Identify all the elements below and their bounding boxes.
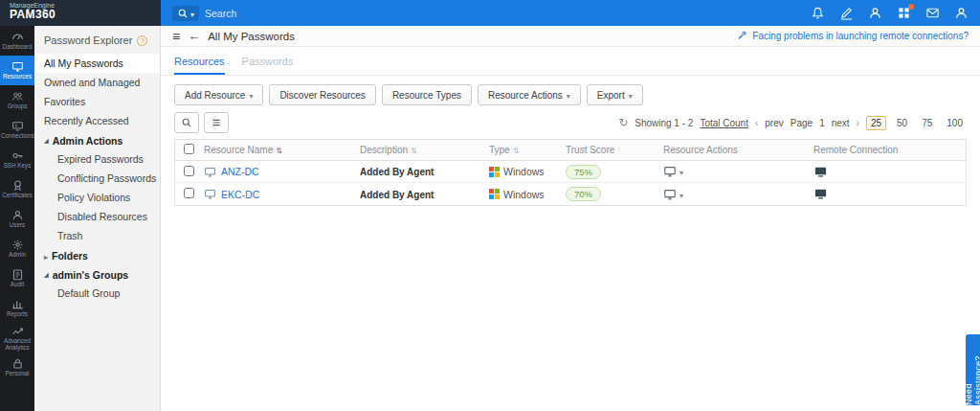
remote-connection-icon[interactable] — [813, 165, 966, 179]
monitor-icon — [11, 60, 24, 73]
help-link-text: Facing problems in launching remote conn… — [752, 31, 969, 41]
signature-icon[interactable] — [839, 6, 854, 20]
add-resource-button[interactable]: Add Resource — [174, 84, 263, 105]
page-size-75[interactable]: 75 — [918, 117, 936, 129]
back-icon[interactable] — [188, 29, 200, 43]
need-assistance-tab[interactable]: Need Assistance? — [966, 334, 980, 405]
sidebar-item-advanced-analytics[interactable]: Advanced Analytics — [0, 323, 34, 353]
next-page-button[interactable]: next — [832, 118, 850, 128]
prev-page-button[interactable]: prev — [765, 118, 783, 128]
trend-icon — [11, 325, 24, 337]
page-size-50[interactable]: 50 — [893, 117, 911, 129]
resource-actions-button[interactable]: Resource Actions — [478, 84, 581, 105]
column-list-button[interactable] — [204, 112, 229, 133]
sidebar-item-label: Connections — [1, 133, 33, 140]
bell-icon[interactable] — [811, 6, 825, 20]
resource-types-button[interactable]: Resource Types — [382, 84, 472, 105]
chevron-down-icon — [629, 90, 633, 101]
header-description[interactable]: Description — [360, 145, 417, 155]
help-icon[interactable]: ? — [137, 35, 147, 46]
resource-action-monitor-icon[interactable] — [663, 188, 677, 201]
explorer-group-admin-actions[interactable]: Admin Actions — [34, 130, 160, 149]
notification-badge — [908, 4, 914, 10]
chevron-down-icon[interactable] — [679, 189, 683, 200]
sidebar-item-label: Groups — [8, 103, 28, 110]
sidebar-item-groups[interactable]: Groups — [0, 85, 34, 115]
explorer-item-trash[interactable]: Trash — [34, 226, 160, 245]
discover-resources-button[interactable]: Discover Resources — [269, 84, 375, 105]
tab-resources[interactable]: Resources — [174, 56, 225, 75]
explorer-item-favorites[interactable]: Favorites — [34, 92, 160, 111]
chevron-down-icon[interactable] — [679, 166, 683, 177]
header-trust-score: Trust Score — [566, 145, 663, 155]
brand-pam360: PAM360 — [10, 9, 161, 21]
trust-score-badge[interactable]: 75% — [566, 165, 601, 179]
showing-text: Showing 1 - 2 — [635, 118, 693, 128]
explorer-item-expired-passwords[interactable]: Expired Passwords — [34, 149, 160, 169]
sidebar-item-reports[interactable]: Reports — [0, 293, 34, 323]
main-header: All My Passwords Facing problems in laun… — [161, 26, 980, 47]
page-number[interactable]: 1 — [819, 118, 825, 128]
resource-name-link[interactable]: EKC-DC — [221, 189, 259, 200]
row-checkbox[interactable] — [184, 188, 194, 198]
pam360-app: ManageEngine PAM360 Search — [0, 0, 980, 411]
resource-name-link[interactable]: ANZ-DC — [221, 166, 259, 177]
table-search-button[interactable] — [174, 112, 199, 133]
chevron-down-icon — [190, 8, 194, 19]
button-label: Discover Resources — [279, 90, 365, 101]
header-resource-name[interactable]: Resource Name — [204, 145, 282, 155]
total-count-link[interactable]: Total Count — [700, 118, 748, 128]
sidebar-item-personal[interactable]: Personal — [0, 353, 34, 382]
explorer-item-policy-violations[interactable]: Policy Violations — [34, 188, 160, 207]
page-size-25[interactable]: 25 — [866, 116, 886, 130]
trust-score-badge[interactable]: 70% — [566, 187, 601, 201]
header-type[interactable]: Type — [489, 145, 519, 155]
sidebar-item-label: Users — [10, 222, 25, 229]
sidebar-item-label: Personal — [6, 371, 30, 377]
sidebar-item-connections[interactable]: Connections — [0, 115, 34, 145]
sidebar-item-audit[interactable]: Audit — [0, 263, 34, 293]
sidebar-item-certificates[interactable]: Certificates — [0, 174, 34, 204]
sidebar-item-dashboard[interactable]: Dashboard — [0, 26, 34, 56]
remote-connection-help-link[interactable]: Facing problems in launching remote conn… — [737, 31, 969, 41]
apps-icon[interactable] — [897, 6, 911, 20]
explorer-group-folders[interactable]: Folders — [34, 245, 160, 264]
resource-action-monitor-icon[interactable] — [663, 165, 677, 178]
mail-icon[interactable] — [925, 6, 940, 20]
search-placeholder[interactable]: Search — [205, 8, 236, 19]
explorer-item-all-my-passwords[interactable]: All My Passwords — [34, 54, 160, 73]
refresh-icon[interactable] — [618, 116, 628, 129]
explorer-item-owned-and-managed[interactable]: Owned and Managed — [34, 73, 160, 92]
brand-logo: ManageEngine PAM360 — [0, 0, 161, 26]
explorer-item-disabled-resources[interactable]: Disabled Resources — [34, 207, 160, 226]
remote-connection-icon[interactable] — [813, 187, 966, 201]
user-audit-icon[interactable] — [868, 6, 882, 20]
explorer-item-default-group[interactable]: Default Group — [34, 284, 160, 303]
profile-icon[interactable] — [954, 6, 969, 20]
explorer-title: Password Explorer ? — [34, 26, 160, 54]
gear-icon — [11, 239, 24, 251]
sidebar-item-admin[interactable]: Admin — [0, 234, 34, 263]
sidebar-item-ssh-keys[interactable]: SSH Keys — [0, 145, 34, 174]
select-all-checkbox[interactable] — [184, 144, 194, 154]
search-scope-selector[interactable] — [172, 6, 199, 21]
menu-icon[interactable] — [172, 29, 180, 44]
global-search[interactable]: Search — [172, 6, 236, 21]
tab-passwords[interactable]: Passwords — [242, 56, 294, 75]
sidebar-item-resources[interactable]: Resources — [0, 56, 34, 85]
search-icon — [181, 117, 192, 128]
export-button[interactable]: Export — [587, 84, 643, 105]
button-label: Add Resource — [185, 90, 245, 101]
sidebar-item-label: SSH Keys — [4, 163, 32, 170]
sidebar-item-users[interactable]: Users — [0, 204, 34, 234]
sidebar-item-label: Advanced Analytics — [1, 338, 33, 352]
row-checkbox[interactable] — [184, 166, 194, 176]
button-label: Resource Actions — [488, 90, 563, 101]
explorer-item-conflicting-passwords[interactable]: Conflicting Passwords — [34, 169, 160, 188]
page-size-100[interactable]: 100 — [943, 117, 967, 129]
explorer-item-recently-accessed[interactable]: Recently Accessed — [34, 111, 160, 130]
resources-table: Resource Name Description Type Trust Sco… — [174, 139, 967, 206]
sidebar-item-label: Reports — [7, 311, 28, 318]
explorer-group-admins-groups[interactable]: admin's Groups — [34, 264, 160, 284]
button-label: Resource Types — [392, 90, 461, 101]
